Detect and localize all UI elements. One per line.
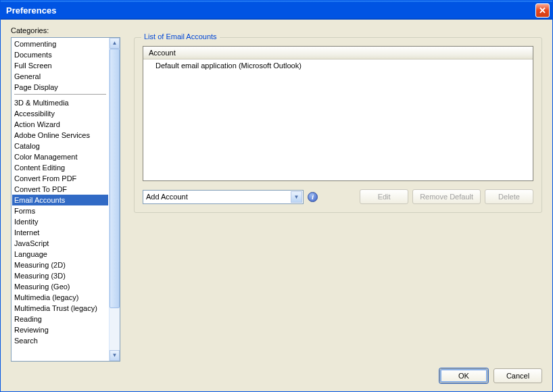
close-icon: ✕	[539, 6, 546, 15]
categories-listbox[interactable]: CommentingDocumentsFull ScreenGeneralPag…	[11, 37, 120, 362]
dropdown-button[interactable]: ▼	[291, 191, 302, 203]
category-item[interactable]: Multimedia (legacy)	[12, 292, 108, 303]
accounts-column-header[interactable]: Account	[143, 47, 533, 59]
category-item[interactable]: Catalog	[12, 141, 108, 151]
category-separator	[14, 94, 106, 95]
scroll-thumb[interactable]	[110, 49, 120, 308]
chevron-down-icon: ▼	[112, 353, 118, 358]
add-account-dropdown[interactable]: Add Account ▼	[143, 190, 304, 204]
edit-button: Edit	[360, 189, 408, 204]
chevron-down-icon: ▼	[294, 194, 299, 200]
category-item[interactable]: Adobe Online Services	[12, 130, 108, 141]
category-item[interactable]: General	[12, 71, 108, 82]
category-item[interactable]: Commenting	[12, 39, 108, 49]
upper-area: Categories: CommentingDocumentsFull Scre…	[11, 26, 542, 362]
category-item[interactable]: Content Editing	[12, 162, 108, 173]
preferences-window: Preferences ✕ Categories: CommentingDocu…	[0, 0, 553, 392]
category-item[interactable]: Measuring (3D)	[12, 270, 108, 281]
group-title: List of Email Accounts	[141, 32, 220, 41]
category-item[interactable]: Email Accounts	[12, 195, 108, 205]
category-item[interactable]: Documents	[12, 49, 108, 60]
scroll-track[interactable]	[110, 49, 120, 350]
client-area: Categories: CommentingDocumentsFull Scre…	[1, 20, 552, 391]
category-item[interactable]: Full Screen	[12, 60, 108, 71]
category-item[interactable]: Multimedia Trust (legacy)	[12, 303, 108, 314]
categories-label: Categories:	[11, 26, 120, 34]
dropdown-selected: Add Account	[146, 193, 188, 201]
category-item[interactable]: Page Display	[12, 82, 108, 93]
remove-default-button: Remove Default	[412, 189, 481, 204]
category-item[interactable]: Internet	[12, 227, 108, 238]
info-icon[interactable]: i	[308, 192, 318, 202]
category-item[interactable]: Accessibility	[12, 108, 108, 119]
scroll-up-button[interactable]: ▲	[110, 38, 120, 49]
category-item[interactable]: Action Wizard	[12, 119, 108, 130]
category-item[interactable]: Language	[12, 249, 108, 260]
titlebar: Preferences ✕	[1, 1, 552, 20]
account-row[interactable]: Default email application (Microsoft Out…	[143, 61, 533, 70]
category-item[interactable]: Reviewing	[12, 324, 108, 335]
category-item[interactable]: Search	[12, 335, 108, 346]
ok-button[interactable]: OK	[439, 368, 488, 383]
cancel-button[interactable]: Cancel	[494, 368, 542, 383]
controls-row: Add Account ▼ i Edit Remove Default Dele…	[143, 189, 533, 204]
category-item[interactable]: Forms	[12, 205, 108, 216]
delete-button: Delete	[485, 189, 533, 204]
category-item[interactable]: Measuring (2D)	[12, 260, 108, 270]
categories-column: Categories: CommentingDocumentsFull Scre…	[11, 26, 120, 362]
email-accounts-group: List of Email Accounts Account Default e…	[134, 37, 542, 213]
category-item[interactable]: Color Management	[12, 151, 108, 162]
category-item[interactable]: Convert To PDF	[12, 184, 108, 195]
category-item[interactable]: JavaScript	[12, 238, 108, 249]
categories-items: CommentingDocumentsFull ScreenGeneralPag…	[11, 38, 109, 361]
settings-panel: List of Email Accounts Account Default e…	[134, 26, 542, 362]
dialog-footer: OK Cancel	[11, 362, 542, 383]
close-button[interactable]: ✕	[535, 3, 550, 18]
category-item[interactable]: 3D & Multimedia	[12, 97, 108, 108]
window-title: Preferences	[6, 5, 56, 16]
category-item[interactable]: Reading	[12, 314, 108, 324]
categories-scrollbar[interactable]: ▲ ▼	[109, 38, 120, 361]
category-item[interactable]: Convert From PDF	[12, 173, 108, 184]
scroll-down-button[interactable]: ▼	[110, 350, 120, 361]
category-item[interactable]: Measuring (Geo)	[12, 281, 108, 292]
accounts-body: Default email application (Microsoft Out…	[143, 59, 533, 180]
chevron-up-icon: ▲	[112, 41, 118, 46]
accounts-table[interactable]: Account Default email application (Micro…	[143, 46, 533, 181]
category-item[interactable]: Identity	[12, 216, 108, 227]
